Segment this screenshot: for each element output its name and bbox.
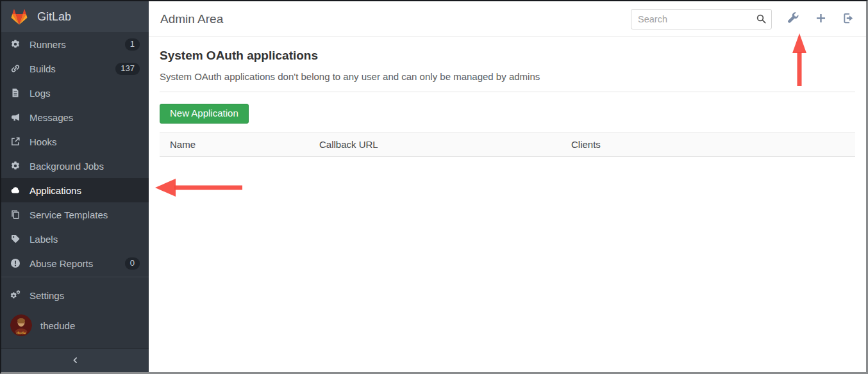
new-application-button[interactable]: New Application: [160, 104, 249, 124]
sidebar-item-settings[interactable]: Settings: [1, 283, 149, 307]
external-link-icon: [10, 136, 21, 147]
column-header-clients: Clients: [561, 133, 855, 157]
sidebar-item-abuse-reports[interactable]: Abuse Reports0: [1, 251, 149, 275]
exclamation-circle-icon: [10, 258, 21, 268]
count-badge: 1: [125, 38, 140, 51]
sidebar-item-hooks[interactable]: Hooks: [1, 129, 149, 154]
topbar: Admin Area: [149, 1, 866, 37]
sidebar-item-user[interactable]: dude thedude: [1, 307, 149, 343]
sidebar-nav: Runners1Builds137LogsMessagesHooksBackgr…: [1, 32, 149, 275]
user-avatar: dude: [10, 314, 32, 336]
sidebar-item-background-jobs[interactable]: Background Jobs: [1, 154, 149, 178]
file-icon: [10, 88, 21, 98]
sidebar-item-labels[interactable]: Labels: [1, 227, 149, 251]
applications-table: Name Callback URL Clients: [160, 132, 855, 157]
sidebar-bottom: Settings dude thedude: [1, 277, 149, 372]
sidebar-collapse-button[interactable]: [1, 348, 149, 372]
count-badge: 137: [115, 63, 140, 75]
sidebar-item-runners[interactable]: Runners1: [1, 32, 149, 56]
username-label: thedude: [40, 320, 140, 331]
divider: [160, 92, 855, 92]
main-area: Admin Area System OAuth applications Sys…: [149, 1, 866, 372]
column-header-name: Name: [160, 133, 309, 157]
sign-out-icon: [842, 12, 855, 26]
sidebar-item-label: Runners: [29, 39, 125, 50]
plus-icon: [815, 12, 827, 26]
gitlab-tanuki-icon: [10, 7, 29, 26]
section-description: System OAuth applications don't belong t…: [160, 71, 855, 82]
sidebar-item-label: Abuse Reports: [29, 258, 125, 269]
wrench-icon: [787, 12, 799, 26]
copy-icon: [10, 209, 21, 220]
page-title: Admin Area: [160, 12, 223, 26]
sidebar-header[interactable]: GitLab: [1, 1, 149, 32]
search-input[interactable]: [631, 9, 772, 29]
table-header-row: Name Callback URL Clients: [160, 133, 855, 157]
topbar-actions: [631, 9, 855, 29]
cloud-icon: [10, 185, 21, 195]
sidebar-item-label: Builds: [29, 63, 115, 74]
sidebar-item-builds[interactable]: Builds137: [1, 56, 149, 81]
sidebar-item-label: Messages: [29, 112, 140, 123]
search-icon: [756, 13, 767, 24]
content: System OAuth applications System OAuth a…: [149, 37, 866, 372]
sidebar-item-label: Hooks: [29, 136, 140, 147]
section-heading: System OAuth applications: [160, 49, 855, 63]
count-badge: 0: [125, 257, 140, 270]
gitlab-admin-window: GitLab Runners1Builds137LogsMessagesHook…: [0, 0, 868, 374]
tag-icon: [10, 234, 21, 244]
sidebar-item-label: Labels: [29, 234, 140, 245]
gear-icon: [10, 161, 21, 171]
cogs-icon: [10, 290, 21, 300]
sidebar-item-label: Background Jobs: [29, 161, 140, 172]
sidebar-item-label: Applications: [29, 185, 140, 196]
sidebar: GitLab Runners1Builds137LogsMessagesHook…: [1, 1, 149, 372]
admin-wrench-button[interactable]: [787, 12, 799, 26]
sign-out-button[interactable]: [842, 12, 855, 26]
sidebar-item-applications[interactable]: Applications: [1, 178, 149, 202]
sidebar-item-label: Service Templates: [29, 209, 140, 220]
gear-icon: [10, 39, 21, 49]
search-box: [631, 9, 772, 29]
svg-text:dude: dude: [16, 330, 26, 335]
sidebar-item-label: Logs: [29, 88, 140, 99]
megaphone-icon: [10, 112, 21, 122]
sidebar-item-label: Settings: [29, 290, 140, 301]
column-header-callback-url: Callback URL: [309, 133, 561, 157]
link-icon: [10, 63, 21, 74]
sidebar-item-logs[interactable]: Logs: [1, 81, 149, 105]
chevron-left-icon: [71, 355, 79, 366]
new-button[interactable]: [815, 12, 827, 26]
app-name: GitLab: [37, 10, 71, 24]
sidebar-item-messages[interactable]: Messages: [1, 105, 149, 129]
sidebar-item-service-templates[interactable]: Service Templates: [1, 202, 149, 227]
